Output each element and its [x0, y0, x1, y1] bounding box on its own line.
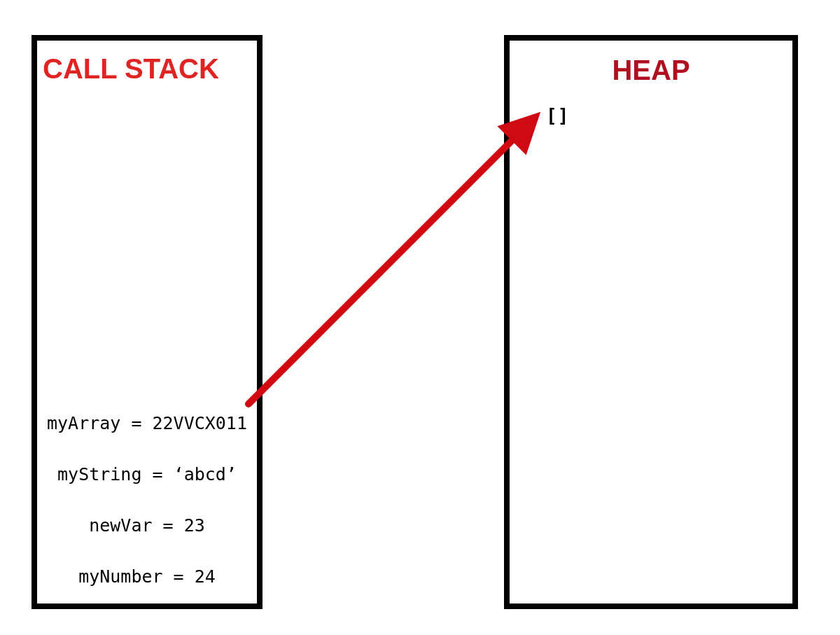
stack-entry: myNumber = 24 — [78, 566, 216, 587]
memory-diagram: CALL STACK myArray = 22VVCX011 myString … — [0, 0, 840, 635]
stack-entry: myString = ‘abcd’ — [57, 464, 237, 484]
call-stack-title: CALL STACK — [43, 53, 219, 85]
svg-line-0 — [248, 118, 535, 404]
stack-entry: myArray = 22VVCX011 — [47, 413, 247, 433]
call-stack-entries: myArray = 22VVCX011 myString = ‘abcd’ ne… — [37, 413, 257, 587]
stack-entry: newVar = 23 — [89, 515, 205, 536]
call-stack-box: CALL STACK myArray = 22VVCX011 myString … — [31, 35, 262, 609]
heap-title: HEAP — [510, 55, 792, 86]
heap-value: [] — [546, 105, 569, 126]
heap-box: HEAP [] — [504, 35, 798, 609]
